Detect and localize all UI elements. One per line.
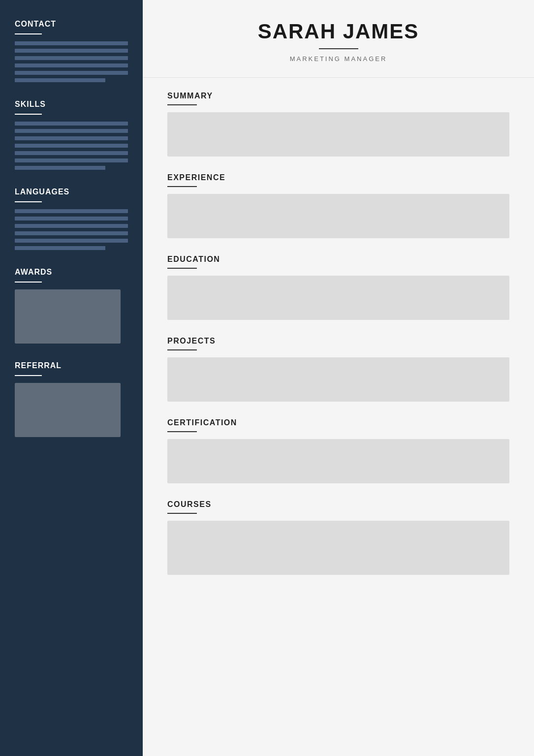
sidebar-awards-underline <box>15 282 42 283</box>
skills-line-4 <box>15 144 128 148</box>
skills-line-6 <box>15 158 128 162</box>
languages-line-5 <box>15 239 128 243</box>
skills-line-5 <box>15 151 128 155</box>
projects-underline <box>167 349 197 350</box>
candidate-name: SARAH JAMES <box>167 20 509 43</box>
projects-section: PROJECTS <box>143 323 534 402</box>
candidate-job-title: MARKETING MANAGER <box>167 55 509 63</box>
awards-placeholder-box <box>15 289 121 344</box>
courses-section: COURSES <box>143 486 534 575</box>
skills-line-1 <box>15 122 128 126</box>
skills-line-7 <box>15 166 105 170</box>
sidebar-awards-section: AWARDS <box>15 268 128 344</box>
sidebar-referral-underline <box>15 375 42 376</box>
sidebar-skills-lines <box>15 122 128 170</box>
sidebar-awards-title: AWARDS <box>15 268 128 277</box>
certification-section: CERTIFICATION <box>143 405 534 483</box>
summary-underline <box>167 104 197 105</box>
certification-content-box <box>167 439 509 483</box>
certification-heading: CERTIFICATION <box>167 418 509 427</box>
projects-heading: PROJECTS <box>167 337 509 346</box>
contact-line-4 <box>15 63 128 67</box>
experience-section: EXPERIENCE <box>143 159 534 238</box>
main-content: SARAH JAMES MARKETING MANAGER SUMMARY EX… <box>143 0 534 756</box>
sidebar-languages-underline <box>15 201 42 202</box>
name-underline <box>319 48 358 49</box>
sidebar-skills-section: SKILLS <box>15 100 128 170</box>
sidebar-skills-underline <box>15 114 42 115</box>
contact-line-5 <box>15 71 128 75</box>
referral-placeholder-box <box>15 383 121 437</box>
sidebar-referral-section: REFERRAL <box>15 361 128 437</box>
experience-heading: EXPERIENCE <box>167 173 509 182</box>
languages-line-6 <box>15 246 105 250</box>
courses-content-box <box>167 521 509 575</box>
education-underline <box>167 268 197 269</box>
summary-section: SUMMARY <box>143 78 534 157</box>
sidebar-contact-title: CONTACT <box>15 20 128 29</box>
education-section: EDUCATION <box>143 241 534 320</box>
projects-content-box <box>167 357 509 402</box>
experience-content-box <box>167 194 509 238</box>
skills-line-3 <box>15 136 128 140</box>
sidebar: CONTACT SKILLS LANGUAGES <box>0 0 143 756</box>
languages-line-1 <box>15 209 128 213</box>
languages-line-2 <box>15 217 128 220</box>
sidebar-skills-title: SKILLS <box>15 100 128 109</box>
sidebar-languages-lines <box>15 209 128 250</box>
experience-underline <box>167 186 197 187</box>
sidebar-languages-section: LANGUAGES <box>15 188 128 250</box>
languages-line-3 <box>15 224 128 228</box>
contact-line-1 <box>15 41 128 45</box>
education-content-box <box>167 276 509 320</box>
contact-line-6 <box>15 78 105 82</box>
languages-line-4 <box>15 231 128 235</box>
courses-underline <box>167 513 197 514</box>
summary-content-box <box>167 112 509 157</box>
certification-underline <box>167 431 197 432</box>
sidebar-contact-lines <box>15 41 128 82</box>
education-heading: EDUCATION <box>167 255 509 264</box>
sidebar-contact-section: CONTACT <box>15 20 128 82</box>
sidebar-contact-underline <box>15 33 42 34</box>
skills-line-2 <box>15 129 128 133</box>
contact-line-2 <box>15 49 128 53</box>
courses-heading: COURSES <box>167 500 509 509</box>
sidebar-referral-title: REFERRAL <box>15 361 128 370</box>
sidebar-languages-title: LANGUAGES <box>15 188 128 196</box>
summary-heading: SUMMARY <box>167 92 509 100</box>
contact-line-3 <box>15 56 128 60</box>
header-area: SARAH JAMES MARKETING MANAGER <box>143 0 534 78</box>
